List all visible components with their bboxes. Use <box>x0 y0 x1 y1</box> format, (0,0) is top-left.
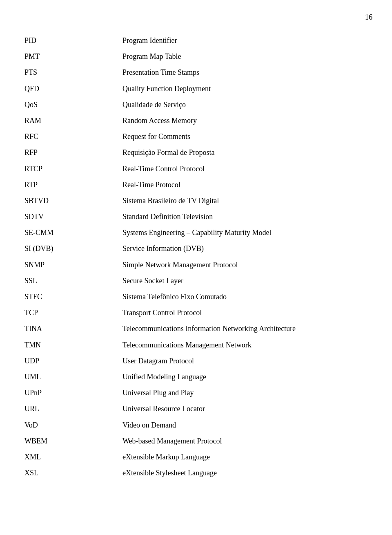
table-row: WBEMWeb-based Management Protocol <box>24 433 368 449</box>
acronym-definition: Program Map Table <box>122 49 368 65</box>
table-row: VoDVideo on Demand <box>24 417 368 433</box>
acronym-abbreviation: VoD <box>24 417 122 433</box>
acronym-definition: Real-Time Control Protocol <box>122 161 368 177</box>
acronym-abbreviation: RTCP <box>24 161 122 177</box>
acronym-abbreviation: XSL <box>24 465 122 481</box>
table-row: UPnPUniversal Plug and Play <box>24 385 368 401</box>
table-row: SNMPSimple Network Management Protocol <box>24 257 368 273</box>
table-row: PTSPresentation Time Stamps <box>24 65 368 81</box>
table-row: XSLeXtensible Stylesheet Language <box>24 465 368 481</box>
acronym-abbreviation: URL <box>24 401 122 417</box>
acronym-abbreviation: WBEM <box>24 433 122 449</box>
acronym-abbreviation: SI (DVB) <box>24 241 122 257</box>
acronym-definition: Presentation Time Stamps <box>122 65 368 81</box>
acronym-table: PIDProgram IdentifierPMTProgram Map Tabl… <box>24 33 368 481</box>
table-row: PIDProgram Identifier <box>24 33 368 49</box>
table-row: URLUniversal Resource Locator <box>24 401 368 417</box>
acronym-definition: Real-Time Protocol <box>122 177 368 193</box>
table-row: XMLeXtensible Markup Language <box>24 449 368 465</box>
acronym-definition: Secure Socket Layer <box>122 273 368 289</box>
acronym-definition: Request for Comments <box>122 129 368 145</box>
acronym-abbreviation: PTS <box>24 65 122 81</box>
acronym-abbreviation: XML <box>24 449 122 465</box>
table-row: TINATelecommunications Information Netwo… <box>24 321 368 337</box>
table-row: SBTVDSistema Brasileiro de TV Digital <box>24 193 368 209</box>
acronym-abbreviation: SBTVD <box>24 193 122 209</box>
acronym-abbreviation: RAM <box>24 113 122 129</box>
acronym-definition: Video on Demand <box>122 417 368 433</box>
table-row: RFCRequest for Comments <box>24 129 368 145</box>
acronym-definition: Random Access Memory <box>122 113 368 129</box>
table-row: QFDQuality Function Deployment <box>24 81 368 97</box>
acronym-abbreviation: PID <box>24 33 122 49</box>
acronym-abbreviation: RFC <box>24 129 122 145</box>
acronym-definition: Systems Engineering – Capability Maturit… <box>122 225 368 241</box>
acronym-definition: Web-based Management Protocol <box>122 433 368 449</box>
acronym-definition: Requisição Formal de Proposta <box>122 145 368 161</box>
acronym-definition: Telecommunications Information Networkin… <box>122 321 368 337</box>
acronym-definition: Qualidade de Serviço <box>122 97 368 113</box>
acronym-abbreviation: UDP <box>24 353 122 369</box>
acronym-definition: Simple Network Management Protocol <box>122 257 368 273</box>
acronym-definition: Universal Resource Locator <box>122 401 368 417</box>
acronym-definition: Transport Control Protocol <box>122 305 368 321</box>
table-row: TCPTransport Control Protocol <box>24 305 368 321</box>
acronym-abbreviation: UML <box>24 369 122 385</box>
acronym-definition: Telecommunications Management Network <box>122 337 368 353</box>
acronym-definition: Service Information (DVB) <box>122 241 368 257</box>
acronym-abbreviation: UPnP <box>24 385 122 401</box>
page-number: 16 <box>365 13 372 22</box>
acronym-abbreviation: SE-CMM <box>24 225 122 241</box>
table-row: UMLUnified Modeling Language <box>24 369 368 385</box>
acronym-definition: eXtensible Stylesheet Language <box>122 465 368 481</box>
acronym-abbreviation: RTP <box>24 177 122 193</box>
acronym-abbreviation: QoS <box>24 97 122 113</box>
acronym-abbreviation: TINA <box>24 321 122 337</box>
table-row: SDTVStandard Definition Television <box>24 209 368 225</box>
table-row: SE-CMMSystems Engineering – Capability M… <box>24 225 368 241</box>
table-row: UDPUser Datagram Protocol <box>24 353 368 369</box>
acronym-abbreviation: SSL <box>24 273 122 289</box>
acronym-definition: Sistema Brasileiro de TV Digital <box>122 193 368 209</box>
acronym-definition: User Datagram Protocol <box>122 353 368 369</box>
acronym-definition: Universal Plug and Play <box>122 385 368 401</box>
table-row: RFPRequisição Formal de Proposta <box>24 145 368 161</box>
acronym-abbreviation: TMN <box>24 337 122 353</box>
table-row: TMNTelecommunications Management Network <box>24 337 368 353</box>
acronym-abbreviation: RFP <box>24 145 122 161</box>
acronym-abbreviation: SNMP <box>24 257 122 273</box>
table-row: PMTProgram Map Table <box>24 49 368 65</box>
acronym-abbreviation: PMT <box>24 49 122 65</box>
table-row: STFCSistema Telefônico Fixo Comutado <box>24 289 368 305</box>
acronym-definition: Quality Function Deployment <box>122 81 368 97</box>
table-row: QoSQualidade de Serviço <box>24 97 368 113</box>
acronym-definition: Standard Definition Television <box>122 209 368 225</box>
table-row: RAMRandom Access Memory <box>24 113 368 129</box>
table-row: SI (DVB)Service Information (DVB) <box>24 241 368 257</box>
acronym-abbreviation: SDTV <box>24 209 122 225</box>
acronym-definition: eXtensible Markup Language <box>122 449 368 465</box>
acronym-definition: Sistema Telefônico Fixo Comutado <box>122 289 368 305</box>
table-row: RTCPReal-Time Control Protocol <box>24 161 368 177</box>
acronym-abbreviation: QFD <box>24 81 122 97</box>
table-row: SSLSecure Socket Layer <box>24 273 368 289</box>
acronym-abbreviation: TCP <box>24 305 122 321</box>
acronym-definition: Unified Modeling Language <box>122 369 368 385</box>
acronym-definition: Program Identifier <box>122 33 368 49</box>
acronym-abbreviation: STFC <box>24 289 122 305</box>
table-row: RTPReal-Time Protocol <box>24 177 368 193</box>
